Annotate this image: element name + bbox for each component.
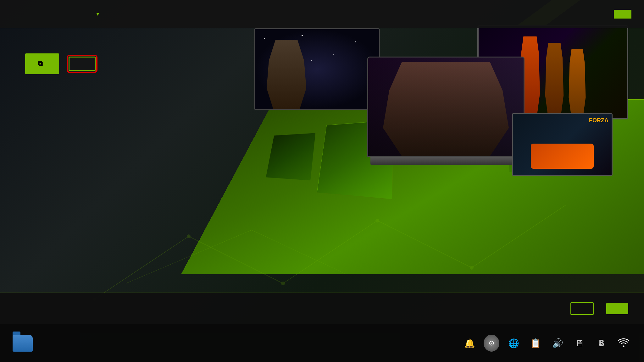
svg-point-14 (302, 35, 303, 36)
atmospheric-overlay (368, 58, 524, 156)
svg-point-12 (264, 38, 265, 39)
svg-point-19 (365, 67, 365, 67)
game-thumbnail (368, 58, 524, 156)
nav-item-membership[interactable] (31, 12, 47, 17)
whats-new-dropdown-arrow: ▼ (96, 12, 100, 17)
steam-icon-circle: ⊙ (484, 335, 499, 352)
launch-browser-button[interactable]: ⧉ (25, 53, 59, 74)
char-3 (568, 49, 587, 118)
svg-point-16 (355, 41, 356, 42)
svg-point-20 (623, 346, 625, 347)
volume-icon[interactable]: 🔊 (550, 335, 565, 351)
svg-point-7 (187, 234, 191, 238)
launch-icon: ⧉ (38, 60, 43, 68)
bell-icon[interactable]: 🔔 (462, 335, 477, 351)
globe-icon[interactable]: 🌐 (506, 335, 521, 351)
nav-links: ▼ (31, 9, 614, 19)
cookie-banner (0, 293, 644, 324)
starfield-background (255, 29, 379, 109)
get-started-steam-deck-button[interactable] (69, 57, 96, 71)
svg-line-0 (94, 236, 189, 299)
nav-item-games[interactable] (50, 12, 65, 17)
monitor-racing-screen: FORZA (512, 113, 613, 176)
cta-buttons-container: ⧉ (25, 53, 245, 74)
manage-cookies-button[interactable] (570, 302, 594, 315)
nav-item-how-to-play[interactable] (111, 12, 126, 17)
laptop-screen (367, 57, 525, 157)
racing-background: FORZA (513, 114, 612, 175)
monitor-starfield-screen (254, 28, 380, 110)
hero-content: ⧉ (25, 38, 245, 87)
svg-point-18 (311, 60, 312, 61)
taskbar-icons: 🔔 ⊙ 🌐 📋 🔊 🖥 Ƀ (462, 335, 631, 351)
racing-car (531, 144, 594, 169)
racing-logo: FORZA (589, 117, 608, 124)
monitor-starfield (254, 28, 386, 119)
monitor-racing: FORZA (512, 113, 619, 185)
nav-item-download[interactable] (68, 12, 83, 17)
svg-point-8 (281, 282, 285, 285)
taskbar-folder-area (13, 335, 33, 352)
taskbar: 🔔 ⊙ 🌐 📋 🔊 🖥 Ƀ (0, 324, 644, 362)
green-cube-4 (266, 133, 315, 180)
display-icon[interactable]: 🖥 (572, 335, 587, 351)
svg-point-15 (333, 54, 334, 55)
nav-item-whats-new[interactable]: ▼ (86, 9, 108, 19)
clipboard-icon[interactable]: 📋 (528, 335, 543, 351)
steam-taskbar-icon[interactable]: ⊙ (484, 335, 499, 351)
i-understand-button[interactable] (606, 303, 628, 314)
join-now-button[interactable] (614, 10, 631, 19)
wifi-icon[interactable] (616, 335, 631, 351)
char-2 (544, 43, 565, 118)
folder-icon[interactable] (13, 335, 33, 352)
navbar: ▼ (0, 0, 644, 28)
wifi-svg (617, 337, 630, 349)
bluetooth-icon[interactable]: Ƀ (594, 335, 609, 351)
